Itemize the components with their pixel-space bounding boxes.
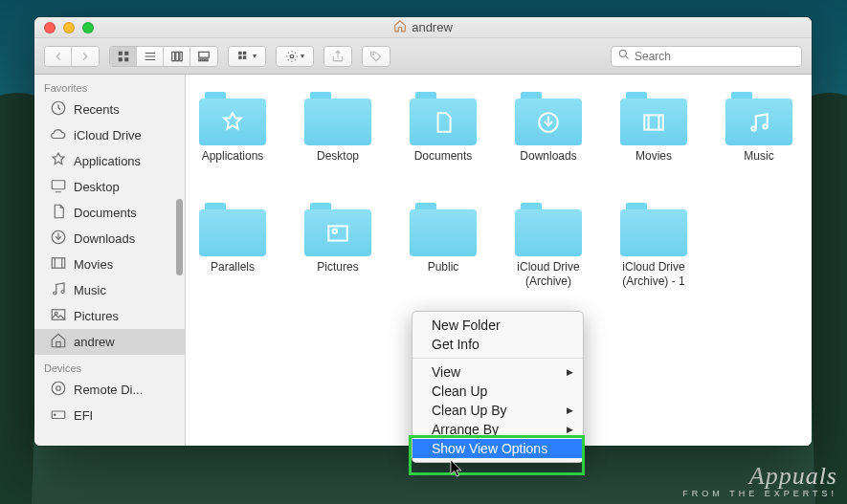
svg-line-21 xyxy=(625,55,628,58)
svg-point-20 xyxy=(619,50,626,56)
menu-item-clean-up[interactable]: Clean Up xyxy=(412,382,583,401)
menu-item-label: New Folder xyxy=(432,318,501,333)
folder-documents[interactable]: Documents xyxy=(406,92,480,163)
picture-icon xyxy=(50,306,67,326)
sidebar-item-label: Movies xyxy=(74,257,113,272)
folder-label: iCloud Drive (Archive) xyxy=(511,260,586,288)
folder-label: Music xyxy=(744,149,773,163)
music-icon xyxy=(50,280,67,300)
column-view-button[interactable] xyxy=(164,47,190,66)
sidebar-item-label: Desktop xyxy=(74,180,120,194)
search-field[interactable] xyxy=(611,46,802,67)
folder-label: Pictures xyxy=(317,260,358,274)
sidebar-item-label: andrew xyxy=(74,335,115,349)
menu-item-arrange-by[interactable]: Arrange By▶ xyxy=(412,420,583,439)
svg-point-45 xyxy=(763,124,767,128)
watermark: Appuals FROM THE EXPERTS! xyxy=(682,462,837,498)
grouping-dropdown[interactable]: ▾ xyxy=(228,46,266,67)
sidebar-item-icloud-drive[interactable]: iCloud Drive xyxy=(34,122,185,148)
clock-icon xyxy=(50,99,67,120)
sidebar-item-andrew[interactable]: andrew xyxy=(34,329,185,355)
forward-button[interactable] xyxy=(72,47,99,66)
folder-public[interactable]: Public xyxy=(406,203,480,288)
sidebar-item-downloads[interactable]: Downloads xyxy=(34,226,185,252)
menu-item-label: View xyxy=(432,364,460,380)
menu-item-get-info[interactable]: Get Info xyxy=(412,335,583,354)
sidebar-item-music[interactable]: Music xyxy=(34,277,185,303)
search-input[interactable] xyxy=(635,50,795,63)
folder-applications[interactable]: Applications xyxy=(195,92,270,163)
sidebar-item-efi[interactable]: EFI xyxy=(34,403,185,428)
gallery-view-button[interactable] xyxy=(190,47,217,66)
svg-point-30 xyxy=(54,292,56,295)
doc-icon xyxy=(50,203,67,223)
folder-downloads[interactable]: Downloads xyxy=(511,92,586,163)
svg-rect-17 xyxy=(243,55,247,59)
minimize-button[interactable] xyxy=(63,22,75,33)
folder-pictures[interactable]: Pictures xyxy=(301,203,375,288)
svg-rect-10 xyxy=(199,52,210,57)
svg-rect-7 xyxy=(171,52,174,60)
folder-icloud-drive-archive-1[interactable]: iCloud Drive (Archive) - 1 xyxy=(616,203,691,288)
sidebar-item-documents[interactable]: Documents xyxy=(34,200,185,226)
share-button[interactable] xyxy=(323,46,352,67)
sidebar-section-devices: Devices xyxy=(34,355,185,377)
cloud-icon xyxy=(50,125,67,145)
list-view-button[interactable] xyxy=(137,47,164,66)
sidebar-item-recents[interactable]: Recents xyxy=(34,97,185,122)
svg-point-18 xyxy=(290,55,294,58)
folder-label: Downloads xyxy=(520,149,576,163)
folder-icon xyxy=(515,203,582,256)
folder-icon xyxy=(725,92,792,145)
sidebar-item-applications[interactable]: Applications xyxy=(34,148,185,174)
titlebar[interactable]: andrew xyxy=(34,17,812,38)
menu-separator xyxy=(412,358,583,359)
svg-point-19 xyxy=(373,54,374,55)
svg-point-31 xyxy=(61,291,64,294)
menu-item-view[interactable]: View▶ xyxy=(412,362,583,382)
zoom-button[interactable] xyxy=(82,22,94,33)
toolbar: ▾ ▾ xyxy=(34,38,812,75)
close-button[interactable] xyxy=(44,22,56,33)
tags-button[interactable] xyxy=(362,46,390,67)
sidebar-item-label: Remote Di... xyxy=(74,383,143,397)
svg-rect-9 xyxy=(179,52,181,60)
folder-icloud-drive-archive-[interactable]: iCloud Drive (Archive) xyxy=(511,203,586,288)
home-icon xyxy=(393,19,407,35)
svg-rect-14 xyxy=(238,51,242,55)
svg-point-47 xyxy=(333,230,337,233)
svg-rect-27 xyxy=(52,258,65,269)
folder-movies[interactable]: Movies xyxy=(616,92,691,163)
scrollbar[interactable] xyxy=(176,199,183,275)
home-icon xyxy=(50,332,67,352)
download-icon xyxy=(50,229,67,249)
folder-desktop[interactable]: Desktop xyxy=(301,92,375,163)
svg-rect-23 xyxy=(52,181,65,189)
sidebar-item-pictures[interactable]: Pictures xyxy=(34,303,185,329)
icon-view-button[interactable] xyxy=(110,47,137,66)
submenu-arrow-icon: ▶ xyxy=(567,405,573,415)
folder-icon xyxy=(304,203,371,256)
sidebar-item-label: EFI xyxy=(74,408,93,423)
menu-item-new-folder[interactable]: New Folder xyxy=(412,316,583,335)
folder-label: Documents xyxy=(414,149,473,163)
menu-item-show-view-options[interactable]: Show View Options xyxy=(412,439,583,458)
sidebar: Favorites RecentsiCloud DriveApplication… xyxy=(34,75,186,446)
movie-icon xyxy=(50,254,67,274)
sidebar-item-movies[interactable]: Movies xyxy=(34,252,185,277)
menu-item-clean-up-by[interactable]: Clean Up By▶ xyxy=(412,401,583,420)
sidebar-item-remote-di-[interactable]: Remote Di... xyxy=(34,377,185,403)
svg-rect-12 xyxy=(202,58,204,60)
back-button[interactable] xyxy=(45,47,72,66)
folder-parallels[interactable]: Parallels xyxy=(195,203,270,288)
folder-icon xyxy=(304,92,371,145)
folder-icon xyxy=(410,92,477,145)
folder-music[interactable]: Music xyxy=(722,92,796,163)
sidebar-item-label: Recents xyxy=(74,102,120,117)
svg-rect-1 xyxy=(124,51,128,55)
svg-point-38 xyxy=(55,414,56,416)
action-dropdown[interactable]: ▾ xyxy=(276,46,314,67)
folder-label: Parallels xyxy=(211,260,255,274)
sidebar-item-label: iCloud Drive xyxy=(74,128,142,142)
sidebar-item-desktop[interactable]: Desktop xyxy=(34,174,185,200)
